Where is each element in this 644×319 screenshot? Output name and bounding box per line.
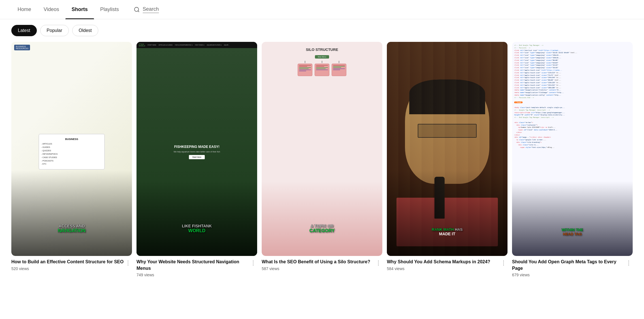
short-info-4: Why Should You Add Schema Markups in 202… — [387, 256, 507, 271]
short-title-5: Should You Add Open Graph Meta Tags to E… — [512, 259, 625, 271]
filter-popular[interactable]: Popular — [40, 25, 69, 36]
short-info-3: What Is the SEO Benefit of Using a Silo … — [262, 256, 382, 271]
short-info-5: Should You Add Open Graph Meta Tags to E… — [512, 256, 633, 277]
short-card-5[interactable]: <!-- End Google Tag Manager --> <!-- Fav… — [512, 42, 633, 277]
short-text-1: How to Build an Effective Content Struct… — [11, 259, 124, 271]
thumbnail-4: RANK MATH HAS MADE IT — [387, 42, 507, 256]
thumbnail-2: 3 TankWORLD START HERE ARTICLES & GUIDES… — [137, 42, 257, 256]
short-menu-1[interactable]: ⋮ — [124, 259, 132, 267]
thumbnail-1: BUSINESSRESOURCES BUSINESS - ARTICLES - … — [11, 42, 132, 256]
caption-5: WITHIN THE HEAD TAG — [512, 228, 633, 236]
thumb-1-badge: BUSINESSRESOURCES — [14, 45, 30, 50]
short-card-4[interactable]: RANK MATH HAS MADE IT Why Should You Add… — [387, 42, 507, 277]
short-info-1: How to Build an Effective Content Struct… — [11, 256, 132, 271]
short-text-5: Should You Add Open Graph Meta Tags to E… — [512, 259, 625, 277]
thumbnail-3: SILO STRUCTURE Main Menu — [262, 42, 382, 256]
short-menu-4[interactable]: ⋮ — [500, 259, 507, 267]
short-menu-5[interactable]: ⋮ — [625, 259, 633, 267]
thumb-2-nav: 3 TankWORLD START HERE ARTICLES & GUIDES… — [137, 42, 257, 48]
filter-oldest[interactable]: Oldest — [72, 25, 98, 36]
short-info-2: Why Your Website Needs Structured Naviga… — [137, 256, 257, 277]
caption-2: LIKE FISHTANK WORLD — [137, 224, 257, 234]
short-title-4: Why Should You Add Schema Markups in 202… — [387, 259, 500, 265]
channel-nav: Home Videos Shorts Playlists Search — [0, 0, 644, 19]
short-title-3: What Is the SEO Benefit of Using a Silo … — [262, 259, 374, 265]
short-card-2[interactable]: 3 TankWORLD START HERE ARTICLES & GUIDES… — [137, 42, 257, 277]
short-views-4: 584 views — [387, 266, 500, 271]
svg-point-0 — [135, 7, 139, 11]
caption-3: A TOPIC OR CATEGORY — [262, 224, 382, 234]
short-title-1: How to Build an Effective Content Struct… — [11, 259, 124, 265]
nav-videos[interactable]: Videos — [37, 0, 65, 19]
nav-shorts[interactable]: Shorts — [65, 0, 94, 19]
short-views-2: 749 views — [137, 273, 249, 277]
search-label[interactable]: Search — [143, 6, 159, 13]
short-menu-3[interactable]: ⋮ — [374, 259, 382, 267]
short-card-3[interactable]: SILO STRUCTURE Main Menu — [262, 42, 382, 277]
short-text-3: What Is the SEO Benefit of Using a Silo … — [262, 259, 374, 271]
short-views-1: 520 views — [11, 266, 124, 271]
silo-title: SILO STRUCTURE — [306, 48, 338, 52]
nav-playlists[interactable]: Playlists — [94, 0, 125, 19]
caption-1: ACCESS AND NAVIGATION — [11, 224, 132, 234]
shorts-grid: BUSINESSRESOURCES BUSINESS - ARTICLES - … — [0, 42, 644, 288]
thumbnail-5: <!-- End Google Tag Manager --> <!-- Fav… — [512, 42, 633, 256]
short-text-4: Why Should You Add Schema Markups in 202… — [387, 259, 500, 271]
search-icon — [134, 7, 140, 13]
silo-diagram: Main Menu — [270, 55, 374, 76]
search-bar[interactable]: Search — [131, 6, 162, 13]
filter-bar: Latest Popular Oldest — [0, 19, 644, 42]
short-views-5: 679 views — [512, 273, 625, 277]
short-menu-2[interactable]: ⋮ — [249, 259, 257, 267]
short-title-2: Why Your Website Needs Structured Naviga… — [137, 259, 249, 271]
nav-home[interactable]: Home — [11, 0, 37, 19]
thumb-1-content: BUSINESS - ARTICLES - GUIDES - QUIZZES -… — [39, 134, 105, 170]
short-views-3: 587 views — [262, 266, 374, 271]
filter-latest[interactable]: Latest — [11, 25, 37, 36]
short-text-2: Why Your Website Needs Structured Naviga… — [137, 259, 249, 277]
svg-line-1 — [138, 11, 139, 12]
short-card-1[interactable]: BUSINESSRESOURCES BUSINESS - ARTICLES - … — [11, 42, 132, 277]
caption-4: RANK MATH HAS MADE IT — [387, 227, 507, 236]
